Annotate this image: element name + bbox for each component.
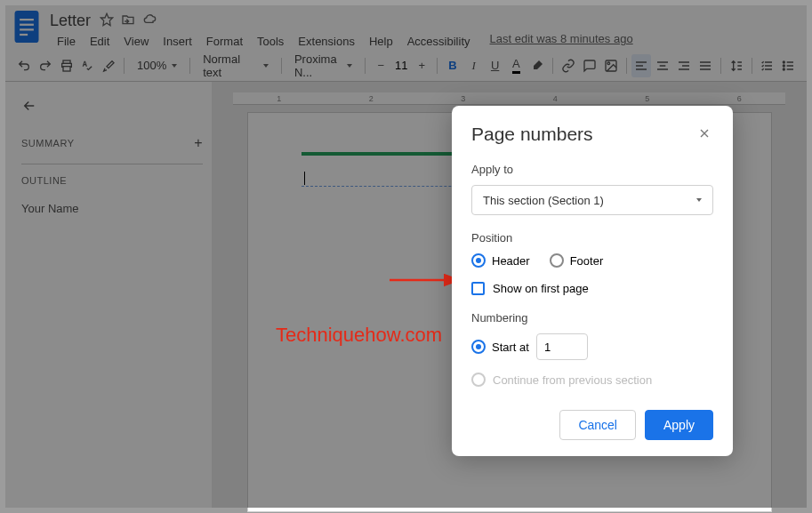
collapse-outline-button[interactable] xyxy=(21,98,43,119)
watermark-text: Techniquehow.com xyxy=(276,324,442,347)
cloud-status-icon[interactable] xyxy=(142,12,157,29)
dialog-title: Page numbers xyxy=(471,124,593,145)
font-size-input[interactable]: 11 xyxy=(392,59,410,72)
line-spacing-button[interactable] xyxy=(727,54,746,77)
menu-tools[interactable]: Tools xyxy=(250,32,291,51)
align-center-button[interactable] xyxy=(653,54,672,77)
move-folder-icon[interactable] xyxy=(121,12,135,29)
italic-button[interactable]: I xyxy=(464,54,484,77)
zoom-select[interactable]: 100% xyxy=(130,54,184,77)
ruler[interactable]: 123456 xyxy=(233,92,785,105)
align-right-button[interactable] xyxy=(674,54,694,77)
decrease-font-button[interactable]: − xyxy=(371,54,390,77)
undo-button[interactable] xyxy=(14,54,34,77)
menu-help[interactable]: Help xyxy=(362,32,400,51)
cancel-button[interactable]: Cancel xyxy=(559,410,636,440)
summary-heading: SUMMARY xyxy=(21,138,75,148)
menu-format[interactable]: Format xyxy=(199,32,250,51)
outline-sidebar: SUMMARY + OUTLINE Your Name xyxy=(5,82,212,508)
bold-button[interactable]: B xyxy=(443,54,462,77)
start-at-radio[interactable]: Start at xyxy=(471,340,529,354)
menu-file[interactable]: File xyxy=(50,32,83,51)
svg-point-9 xyxy=(607,62,610,65)
numbering-label: Numbering xyxy=(471,311,713,325)
position-header-radio[interactable]: Header xyxy=(471,253,530,268)
align-justify-button[interactable] xyxy=(695,54,715,77)
bulleted-list-button[interactable] xyxy=(778,54,798,77)
text-color-button[interactable]: A xyxy=(507,54,527,77)
svg-marker-5 xyxy=(100,13,112,25)
page-numbers-dialog: Page numbers Apply to This section (Sect… xyxy=(452,106,733,456)
outline-heading: OUTLINE xyxy=(21,175,67,186)
document-title[interactable]: Letter xyxy=(50,12,91,30)
apply-button[interactable]: Apply xyxy=(645,410,713,440)
insert-link-button[interactable] xyxy=(559,54,578,77)
svg-rect-0 xyxy=(15,11,39,43)
svg-point-10 xyxy=(783,61,784,63)
menu-edit[interactable]: Edit xyxy=(83,32,117,51)
font-select[interactable]: Proxima N... xyxy=(287,54,360,77)
menu-bar: File Edit View Insert Format Tools Exten… xyxy=(50,32,798,51)
svg-point-12 xyxy=(783,68,784,70)
menu-extensions[interactable]: Extensions xyxy=(291,32,362,51)
svg-rect-3 xyxy=(20,28,34,30)
position-label: Position xyxy=(471,231,713,244)
star-icon[interactable] xyxy=(100,12,114,29)
last-edit-link[interactable]: Last edit was 8 minutes ago xyxy=(490,32,633,51)
menu-accessibility[interactable]: Accessibility xyxy=(400,32,478,51)
start-at-input[interactable] xyxy=(536,333,588,360)
text-cursor xyxy=(304,172,305,185)
close-button[interactable] xyxy=(697,126,713,142)
add-summary-button[interactable]: + xyxy=(194,135,203,151)
svg-rect-4 xyxy=(20,34,28,36)
menu-view[interactable]: View xyxy=(117,32,156,51)
outline-item[interactable]: Your Name xyxy=(21,198,203,219)
position-footer-radio[interactable]: Footer xyxy=(550,253,604,268)
redo-button[interactable] xyxy=(36,54,55,77)
svg-rect-7 xyxy=(63,66,70,70)
spellcheck-button[interactable] xyxy=(78,54,98,77)
svg-point-11 xyxy=(783,65,784,67)
paint-format-button[interactable] xyxy=(99,54,118,77)
add-comment-button[interactable] xyxy=(580,54,599,77)
checklist-button[interactable] xyxy=(757,54,776,77)
apply-to-label: Apply to xyxy=(471,163,713,176)
print-button[interactable] xyxy=(57,54,76,77)
apply-to-select[interactable]: This section (Section 1) xyxy=(471,185,713,215)
docs-logo[interactable] xyxy=(14,11,39,43)
align-left-button[interactable] xyxy=(631,54,651,77)
svg-rect-1 xyxy=(20,19,34,20)
show-first-page-checkbox[interactable]: Show on first page xyxy=(471,282,713,295)
underline-button[interactable]: U xyxy=(486,54,505,77)
app-header: Letter File Edit View Insert Format Tool… xyxy=(5,5,807,50)
highlight-button[interactable] xyxy=(527,54,547,77)
toolbar: 100% Normal text Proxima N... − 11 + B I… xyxy=(5,50,807,82)
continue-radio: Continue from previous section xyxy=(471,373,713,387)
insert-image-button[interactable] xyxy=(601,54,621,77)
svg-rect-2 xyxy=(20,24,34,26)
menu-insert[interactable]: Insert xyxy=(156,32,199,51)
style-select[interactable]: Normal text xyxy=(196,54,276,77)
increase-font-button[interactable]: + xyxy=(412,54,431,77)
